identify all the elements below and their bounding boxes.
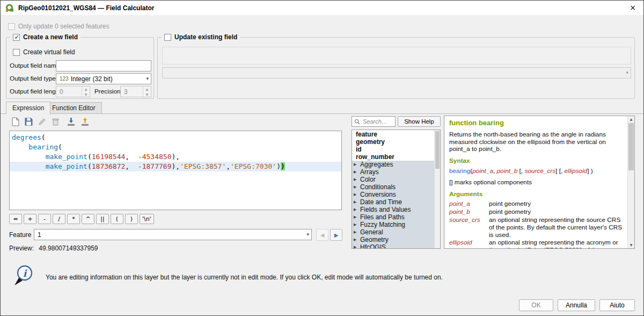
tab-expression[interactable]: Expression bbox=[6, 102, 50, 114]
function-group-item[interactable]: ▶Fuzzy Matching bbox=[352, 221, 434, 228]
next-feature-button[interactable]: ▶ bbox=[330, 229, 342, 241]
scrollbar-thumb[interactable] bbox=[628, 123, 634, 170]
checkbox-box bbox=[164, 34, 171, 41]
precision-spinner[interactable]: 3 ▲ ▼ bbox=[120, 86, 151, 97]
code-line: degrees( bbox=[10, 133, 341, 142]
operator-button[interactable]: * bbox=[67, 214, 80, 224]
operator-button[interactable]: '\n' bbox=[140, 214, 154, 224]
operator-button[interactable]: || bbox=[96, 214, 109, 224]
help-button[interactable]: Aiuto bbox=[599, 299, 635, 311]
help-scrollbar[interactable]: ▲ ▼ bbox=[627, 116, 634, 248]
spin-up-icon[interactable]: ▲ bbox=[82, 87, 90, 92]
update-existing-field-checkbox[interactable]: Update existing field bbox=[162, 33, 240, 41]
expand-arrow-icon[interactable]: ▶ bbox=[354, 243, 360, 249]
create-virtual-field-label: Create virtual field bbox=[23, 48, 75, 56]
operator-button[interactable]: = bbox=[9, 214, 22, 224]
import-expression-button[interactable] bbox=[65, 116, 77, 128]
operator-button[interactable]: - bbox=[38, 214, 51, 224]
expand-arrow-icon[interactable]: ▶ bbox=[354, 228, 360, 236]
ok-button[interactable]: OK bbox=[519, 299, 553, 311]
search-box[interactable] bbox=[352, 116, 396, 127]
operator-button[interactable]: ( bbox=[111, 214, 123, 224]
function-group-item[interactable]: ▶Geometry bbox=[352, 236, 434, 243]
only-update-label: Only update 0 selected features bbox=[18, 23, 109, 30]
scroll-up-icon[interactable]: ▲ bbox=[628, 116, 634, 123]
save-expression-button[interactable] bbox=[23, 116, 35, 128]
expand-arrow-icon[interactable]: ▶ bbox=[354, 198, 360, 206]
function-group-item[interactable]: ▶Conditionals bbox=[352, 183, 434, 191]
spinner-buttons[interactable]: ▲ ▼ bbox=[82, 87, 90, 97]
feature-combo[interactable]: 1 ▾ bbox=[34, 229, 312, 240]
show-help-button[interactable]: Show Help bbox=[398, 116, 441, 127]
titlebar: RipGeo01012021_WGS84 — Field Calculator … bbox=[1, 1, 643, 15]
expand-arrow-icon[interactable]: ▶ bbox=[354, 176, 360, 183]
output-field-type-value: Integer (32 bit) bbox=[71, 75, 113, 83]
function-item[interactable]: geometry bbox=[352, 138, 434, 146]
function-item-label: Fields and Values bbox=[360, 206, 411, 213]
cancel-button[interactable]: Annulla bbox=[558, 299, 595, 311]
function-group-item[interactable]: ▶Aggregates bbox=[352, 161, 434, 168]
output-field-type-combo[interactable]: 123 Integer (32 bit) ▾ bbox=[56, 73, 151, 84]
new-expression-button[interactable] bbox=[9, 116, 21, 128]
function-list-scrollbar[interactable] bbox=[434, 130, 440, 248]
update-existing-field-label: Update existing field bbox=[174, 33, 237, 41]
operator-button[interactable]: ) bbox=[125, 214, 138, 224]
function-group-item[interactable]: ▶General bbox=[352, 228, 434, 236]
checkbox-box bbox=[8, 23, 15, 30]
operator-button[interactable]: + bbox=[24, 214, 36, 224]
create-new-field-label: Create a new field bbox=[23, 33, 78, 41]
output-field-length-spinner[interactable]: 0 ▲ ▼ bbox=[56, 86, 90, 97]
only-update-checkbox[interactable]: Only update 0 selected features bbox=[8, 23, 109, 30]
function-item-label: feature bbox=[356, 131, 377, 138]
function-item[interactable]: feature bbox=[352, 131, 434, 138]
chevron-down-icon: ▾ bbox=[306, 232, 309, 237]
spin-up-icon[interactable]: ▲ bbox=[143, 87, 151, 92]
function-item[interactable]: row_number bbox=[352, 153, 434, 161]
spin-down-icon[interactable]: ▼ bbox=[82, 92, 90, 97]
feature-label: Feature bbox=[9, 231, 31, 239]
expand-arrow-icon[interactable]: ▶ bbox=[354, 161, 360, 168]
spin-down-icon[interactable]: ▼ bbox=[143, 92, 151, 97]
edit-expression-button[interactable] bbox=[36, 116, 48, 128]
search-input[interactable] bbox=[362, 118, 393, 125]
function-group-item[interactable]: ▶Color bbox=[352, 176, 434, 183]
info-icon: i bbox=[12, 263, 36, 290]
function-group-item[interactable]: ▶Conversions bbox=[352, 191, 434, 198]
checkbox-box: ✓ bbox=[13, 34, 20, 41]
function-group-item[interactable]: ▶Date and Time bbox=[352, 198, 434, 206]
close-button[interactable]: × bbox=[622, 1, 643, 15]
expand-arrow-icon[interactable]: ▶ bbox=[354, 221, 360, 228]
previous-feature-button[interactable]: ◀ bbox=[316, 229, 328, 241]
argument-row: point_apoint geometry bbox=[449, 200, 623, 208]
expand-arrow-icon[interactable]: ▶ bbox=[354, 213, 360, 221]
precision-label: Precision bbox=[94, 86, 121, 97]
export-expression-button[interactable] bbox=[79, 116, 91, 128]
expand-arrow-icon[interactable]: ▶ bbox=[354, 206, 360, 213]
expression-code[interactable]: degrees( bearing( make_point(16198544, -… bbox=[9, 131, 342, 210]
create-new-field-checkbox[interactable]: ✓ Create a new field bbox=[10, 33, 80, 41]
spinner-buttons[interactable]: ▲ ▼ bbox=[143, 87, 151, 97]
expand-arrow-icon[interactable]: ▶ bbox=[354, 191, 360, 198]
tab-function-editor[interactable]: Function Editor bbox=[46, 102, 102, 114]
operator-button[interactable]: ^ bbox=[82, 214, 94, 224]
function-item[interactable]: id bbox=[352, 146, 434, 153]
output-field-name-input[interactable] bbox=[56, 60, 151, 71]
function-item-label: Geometry bbox=[360, 236, 389, 243]
expand-arrow-icon[interactable]: ▶ bbox=[354, 168, 360, 176]
operator-button[interactable]: / bbox=[53, 214, 65, 224]
function-group-item[interactable]: ▶Fields and Values bbox=[352, 206, 434, 213]
function-item-label: Conversions bbox=[360, 191, 396, 198]
scroll-down-icon[interactable]: ▼ bbox=[628, 242, 634, 248]
function-item-label: Fuzzy Matching bbox=[360, 221, 405, 228]
function-group-item[interactable]: ▶Arrays bbox=[352, 168, 434, 176]
function-group-item[interactable]: ▶HfcQGIS bbox=[352, 243, 434, 249]
create-virtual-field-checkbox[interactable]: Create virtual field bbox=[13, 48, 75, 56]
delete-expression-button[interactable] bbox=[49, 116, 62, 128]
function-group-item[interactable]: ▶Files and Paths bbox=[352, 213, 434, 221]
qgis-logo-icon bbox=[5, 4, 14, 12]
expand-arrow-icon[interactable]: ▶ bbox=[354, 183, 360, 191]
scrollbar-thumb[interactable] bbox=[435, 131, 440, 169]
help-content: function bearing Returns the north-based… bbox=[444, 116, 627, 248]
expand-arrow-icon[interactable]: ▶ bbox=[354, 236, 360, 243]
help-description: Returns the north-based bearing as the a… bbox=[449, 131, 623, 153]
